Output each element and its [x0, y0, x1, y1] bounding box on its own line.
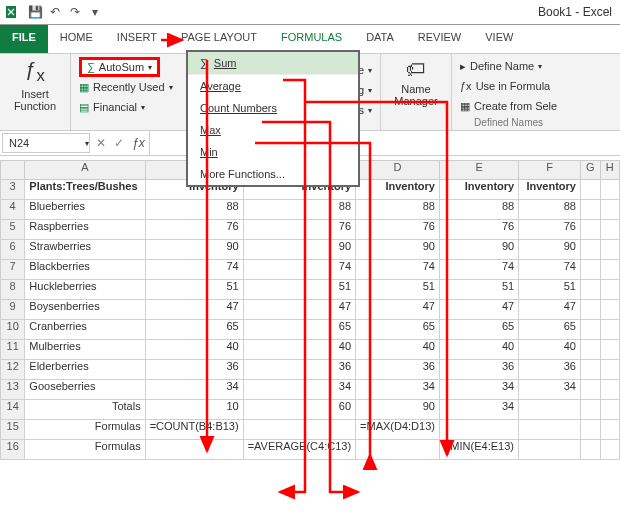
cell[interactable]	[580, 240, 600, 260]
cell[interactable]: 60	[243, 400, 355, 420]
cell[interactable]: =MAX(D4:D13)	[356, 420, 440, 440]
cell[interactable]: Strawberries	[25, 240, 145, 260]
qat-dropdown-icon[interactable]: ▾	[88, 5, 102, 19]
cell[interactable]: 88	[439, 200, 518, 220]
cell[interactable]: 90	[145, 240, 243, 260]
tab-data[interactable]: DATA	[354, 25, 406, 53]
cell[interactable]: 65	[519, 320, 581, 340]
cell[interactable]	[580, 420, 600, 440]
cell[interactable]: Blueberries	[25, 200, 145, 220]
cell[interactable]	[580, 440, 600, 460]
cell[interactable]: 76	[356, 220, 440, 240]
cell[interactable]: 90	[519, 240, 581, 260]
cell[interactable]: 40	[519, 340, 581, 360]
insert-function-button[interactable]: ƒx Insert Function	[6, 56, 64, 112]
cell[interactable]: Cranberries	[25, 320, 145, 340]
cell[interactable]: 90	[439, 240, 518, 260]
cell[interactable]	[580, 280, 600, 300]
cell[interactable]	[580, 300, 600, 320]
cell[interactable]	[356, 440, 440, 460]
dropdown-item-sum[interactable]: ∑Sum	[188, 52, 358, 75]
cell[interactable]: 90	[243, 240, 355, 260]
cell[interactable]: 76	[243, 220, 355, 240]
cell[interactable]	[600, 180, 619, 200]
cell[interactable]: 76	[439, 220, 518, 240]
financial-button[interactable]: ▤Financial ▾	[77, 97, 193, 117]
cell[interactable]: 47	[519, 300, 581, 320]
cell[interactable]: 74	[243, 260, 355, 280]
cell[interactable]: Elderberries	[25, 360, 145, 380]
cell[interactable]: 47	[243, 300, 355, 320]
cell[interactable]	[600, 360, 619, 380]
cell[interactable]: 65	[439, 320, 518, 340]
cell[interactable]: 76	[145, 220, 243, 240]
cell[interactable]: 40	[439, 340, 518, 360]
cell[interactable]: Gooseberries	[25, 380, 145, 400]
cell[interactable]	[600, 220, 619, 240]
cell[interactable]	[580, 400, 600, 420]
cell[interactable]	[580, 380, 600, 400]
name-manager-button[interactable]: 🏷 Name Manager	[387, 56, 445, 107]
cell[interactable]: 51	[243, 280, 355, 300]
dropdown-item-max[interactable]: Max	[188, 119, 358, 141]
row-header[interactable]: 8	[1, 280, 25, 300]
cell[interactable]	[600, 340, 619, 360]
cell[interactable]: 40	[243, 340, 355, 360]
cell[interactable]: 47	[145, 300, 243, 320]
cell[interactable]	[600, 280, 619, 300]
cell[interactable]	[145, 440, 243, 460]
cell[interactable]: 36	[519, 360, 581, 380]
col-header[interactable]: E	[439, 161, 518, 180]
cell[interactable]	[580, 320, 600, 340]
cell[interactable]: 36	[439, 360, 518, 380]
tab-insert[interactable]: INSERT	[105, 25, 169, 53]
cell[interactable]: 51	[145, 280, 243, 300]
row-header[interactable]: 13	[1, 380, 25, 400]
cell[interactable]	[600, 300, 619, 320]
cell[interactable]: 34	[356, 380, 440, 400]
cell[interactable]	[580, 340, 600, 360]
cell[interactable]: Boysenberries	[25, 300, 145, 320]
undo-icon[interactable]: ↶	[48, 5, 62, 19]
row-header[interactable]: 5	[1, 220, 25, 240]
cell[interactable]: 34	[519, 380, 581, 400]
cell[interactable]: 40	[356, 340, 440, 360]
cell[interactable]	[580, 180, 600, 200]
cell[interactable]: 51	[356, 280, 440, 300]
cell[interactable]: 90	[356, 400, 440, 420]
cell[interactable]: 65	[145, 320, 243, 340]
cell[interactable]	[580, 220, 600, 240]
cell[interactable]: Inventory	[439, 180, 518, 200]
cell[interactable]: Inventory	[356, 180, 440, 200]
cell[interactable]: 88	[519, 200, 581, 220]
cancel-icon[interactable]: ✕	[92, 136, 110, 150]
cell[interactable]: 90	[356, 240, 440, 260]
cell[interactable]: 74	[145, 260, 243, 280]
cell[interactable]: 47	[439, 300, 518, 320]
row-header[interactable]: 15	[1, 420, 25, 440]
create-from-selection-button[interactable]: ▦Create from Sele	[458, 96, 559, 116]
recently-used-button[interactable]: ▦Recently Used ▾	[77, 77, 193, 97]
cell[interactable]	[519, 440, 581, 460]
redo-icon[interactable]: ↷	[68, 5, 82, 19]
cell[interactable]	[600, 200, 619, 220]
col-header[interactable]: D	[356, 161, 440, 180]
cell[interactable]	[580, 360, 600, 380]
autosum-button[interactable]: ∑ AutoSum ▾	[79, 57, 160, 77]
cell[interactable]: Totals	[25, 400, 145, 420]
cell[interactable]	[600, 400, 619, 420]
cell[interactable]	[580, 260, 600, 280]
cell[interactable]: 74	[356, 260, 440, 280]
row-header[interactable]: 4	[1, 200, 25, 220]
dropdown-item-more[interactable]: More Functions...	[188, 163, 358, 185]
dropdown-item-average[interactable]: Average	[188, 75, 358, 97]
cell[interactable]	[600, 440, 619, 460]
cell[interactable]: 34	[439, 380, 518, 400]
cell[interactable]	[519, 420, 581, 440]
cell[interactable]	[580, 200, 600, 220]
cell[interactable]	[519, 400, 581, 420]
dropdown-item-count[interactable]: Count Numbers	[188, 97, 358, 119]
row-header[interactable]: 6	[1, 240, 25, 260]
cell[interactable]: Mulberries	[25, 340, 145, 360]
save-icon[interactable]: 💾	[28, 5, 42, 19]
